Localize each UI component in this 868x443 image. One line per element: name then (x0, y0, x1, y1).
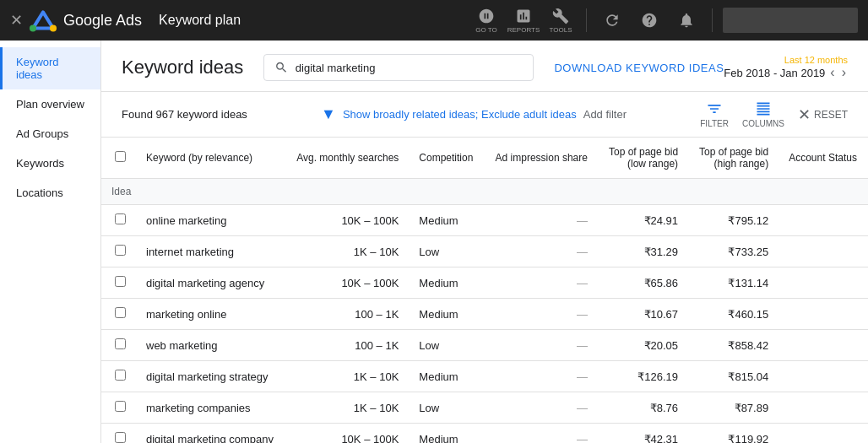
found-text: Found 967 keyword ideas (122, 108, 247, 121)
row-top-bid-high-4: ₹858.42 (688, 330, 778, 361)
reports-button[interactable]: REPORTS (508, 5, 539, 35)
col-competition: Competition (409, 138, 484, 179)
row-competition-5: Medium (409, 361, 484, 392)
keyword-search-bar (263, 54, 534, 81)
row-account-status-6 (778, 392, 868, 424)
columns-label: COLUMNS (742, 119, 784, 128)
row-keyword-6: marketing companies (136, 392, 285, 424)
row-account-status-3 (778, 299, 868, 330)
reset-x-icon: ✕ (798, 105, 811, 124)
row-competition-3: Medium (409, 299, 484, 330)
svg-point-1 (30, 25, 36, 32)
reset-button[interactable]: ✕ RESET (798, 105, 848, 124)
table-row: digital marketing company 10K – 100K Med… (101, 424, 868, 444)
svg-marker-0 (33, 12, 53, 28)
row-top-bid-high-0: ₹795.12 (688, 205, 778, 236)
row-keyword-5: digital marketing strategy (136, 361, 285, 392)
search-icon (274, 60, 289, 75)
columns-button[interactable]: COLUMNS (742, 100, 784, 128)
row-top-bid-low-4: ₹20.05 (598, 330, 688, 361)
download-keyword-ideas-button[interactable]: DOWNLOAD KEYWORD IDEAS (554, 62, 724, 74)
row-ad-impression-2: — (484, 267, 598, 299)
row-checkbox-cell-0 (101, 205, 136, 236)
date-range-label: Last 12 months (724, 55, 848, 65)
idea-label: Idea (101, 179, 868, 205)
row-account-status-7 (778, 424, 868, 444)
keyword-table: Keyword (by relevance) Avg. monthly sear… (101, 138, 868, 443)
row-top-bid-low-3: ₹10.67 (598, 299, 688, 330)
row-avg-monthly-3: 100 – 1K (285, 299, 410, 330)
row-ad-impression-6: — (484, 392, 598, 424)
filter-actions: ▼ Show broadly related ideas; Exclude ad… (321, 105, 627, 123)
row-avg-monthly-5: 1K – 10K (285, 361, 410, 392)
row-checkbox-4[interactable] (115, 338, 126, 349)
table-row: online marketing 10K – 100K Medium — ₹24… (101, 205, 868, 236)
top-search-input[interactable] (723, 8, 858, 33)
sidebar: Keyword ideas Plan overview Ad Groups Ke… (0, 41, 101, 443)
row-competition-2: Medium (409, 267, 484, 299)
idea-group-row: Idea (101, 179, 868, 205)
row-checkbox-6[interactable] (115, 401, 126, 412)
row-top-bid-high-7: ₹119.92 (688, 424, 778, 444)
row-keyword-4: web marketing (136, 330, 285, 361)
row-checkbox-7[interactable] (115, 432, 126, 443)
filter-button[interactable]: FILTER (700, 100, 729, 128)
add-filter-label[interactable]: Add filter (583, 108, 627, 121)
refresh-button[interactable] (597, 5, 627, 35)
row-checkbox-cell-6 (101, 392, 136, 424)
help-button[interactable] (634, 5, 665, 35)
row-top-bid-low-6: ₹8.76 (598, 392, 688, 424)
row-ad-impression-3: — (484, 299, 598, 330)
broadly-related-filter-button[interactable]: Show broadly related ideas; Exclude adul… (343, 108, 577, 121)
row-keyword-1: internet marketing (136, 236, 285, 267)
nav-divider-1 (586, 8, 587, 32)
sidebar-item-plan-overview[interactable]: Plan overview (0, 89, 100, 119)
reports-label: REPORTS (507, 26, 540, 34)
tools-button[interactable]: TOOLS (545, 5, 576, 35)
date-next-button[interactable]: › (840, 65, 848, 80)
nav-divider-2 (712, 8, 713, 32)
table-row: digital marketing agency 10K – 100K Medi… (101, 267, 868, 299)
row-avg-monthly-4: 100 – 1K (285, 330, 410, 361)
row-top-bid-low-2: ₹65.86 (598, 267, 688, 299)
page-title: Keyword ideas (122, 57, 243, 78)
row-ad-impression-5: — (484, 361, 598, 392)
row-keyword-7: digital marketing company (136, 424, 285, 444)
filter-funnel-icon: ▼ (321, 105, 336, 123)
row-account-status-2 (778, 267, 868, 299)
row-ad-impression-7: — (484, 424, 598, 444)
notifications-button[interactable] (671, 5, 702, 35)
row-account-status-1 (778, 236, 868, 267)
row-checkbox-2[interactable] (115, 276, 126, 287)
sidebar-item-ad-groups[interactable]: Ad Groups (0, 119, 100, 149)
col-top-bid-high: Top of page bid(high range) (688, 138, 778, 179)
row-checkbox-5[interactable] (115, 370, 126, 381)
row-avg-monthly-6: 1K – 10K (285, 392, 410, 424)
sidebar-item-keywords[interactable]: Keywords (0, 149, 100, 178)
goto-button[interactable]: GO TO (471, 5, 502, 35)
table-row: web marketing 100 – 1K Low — ₹20.05 ₹858… (101, 330, 868, 361)
top-nav: ✕ Google Ads Keyword plan GO TO REPORTS … (0, 0, 868, 41)
row-top-bid-high-5: ₹815.04 (688, 361, 778, 392)
row-account-status-4 (778, 330, 868, 361)
row-account-status-5 (778, 361, 868, 392)
close-icon[interactable]: ✕ (10, 11, 23, 30)
search-input[interactable] (296, 62, 524, 74)
col-account-status: Account Status (778, 138, 868, 179)
date-prev-button[interactable]: ‹ (828, 65, 836, 80)
row-checkbox-0[interactable] (115, 213, 126, 224)
row-ad-impression-4: — (484, 330, 598, 361)
page-title-nav: Keyword plan (159, 13, 241, 28)
row-top-bid-high-1: ₹733.25 (688, 236, 778, 267)
row-checkbox-1[interactable] (115, 245, 126, 256)
col-keyword: Keyword (by relevance) (136, 138, 285, 179)
row-competition-6: Low (409, 392, 484, 424)
select-all-checkbox[interactable] (115, 151, 126, 162)
svg-point-2 (50, 25, 57, 32)
row-top-bid-high-3: ₹460.15 (688, 299, 778, 330)
sidebar-item-keyword-ideas[interactable]: Keyword ideas (0, 47, 100, 89)
table-row: internet marketing 1K – 10K Low — ₹31.29… (101, 236, 868, 267)
sidebar-item-locations[interactable]: Locations (0, 178, 100, 208)
row-checkbox-3[interactable] (115, 307, 126, 318)
col-top-bid-low: Top of page bid(low range) (598, 138, 688, 179)
